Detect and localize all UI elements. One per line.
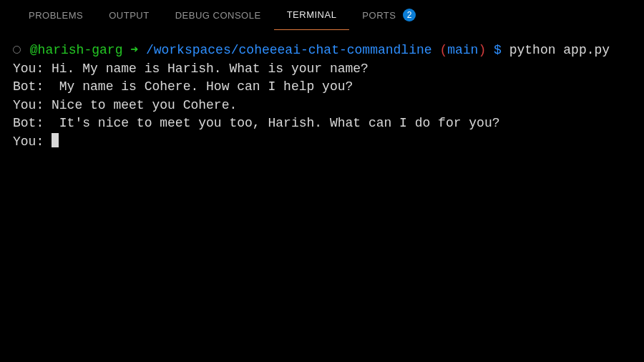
chat-input-line: You: [13, 133, 631, 152]
tab-problems[interactable]: PROBLEMS [16, 0, 96, 30]
tab-output[interactable]: OUTPUT [96, 0, 162, 30]
branch-open: ( [439, 43, 447, 57]
prompt-branch: main [447, 43, 478, 57]
chat-line: Bot: My name is Cohere. How can I help y… [13, 78, 631, 97]
tab-output-label: OUTPUT [109, 10, 149, 21]
shell-prompt-line: @harish-garg ➜ /workspaces/coheeeai-chat… [13, 41, 631, 60]
chat-text: Nice to meet you Cohere. [44, 98, 237, 112]
tab-terminal-label: TERMINAL [287, 9, 337, 20]
tab-terminal[interactable]: TERMINAL [274, 0, 350, 30]
chat-line: You: Hi. My name is Harish. What is your… [13, 60, 631, 79]
chat-speaker: You: [13, 98, 44, 112]
branch-close: ) [478, 43, 486, 57]
panel-tab-bar: PROBLEMS OUTPUT DEBUG CONSOLE TERMINAL P… [0, 0, 644, 30]
prompt-path: /workspaces/coheeeai-chat-commandline [146, 43, 432, 57]
chat-speaker: Bot: [13, 79, 44, 94]
terminal-output[interactable]: @harish-garg ➜ /workspaces/coheeeai-chat… [0, 30, 644, 162]
tab-debug-console[interactable]: DEBUG CONSOLE [162, 0, 274, 30]
chat-text: My name is Cohere. How can I help you? [44, 79, 353, 94]
chat-text [44, 134, 52, 149]
prompt-arrow-icon: ➜ [130, 43, 138, 57]
tab-debug-console-label: DEBUG CONSOLE [175, 10, 261, 21]
prompt-command: python app.py [509, 43, 610, 57]
chat-text: Hi. My name is Harish. What is your name… [44, 62, 369, 76]
prompt-username: @harish-garg [30, 43, 123, 57]
chat-speaker: You: [13, 62, 44, 76]
tab-ports-label: PORTS [362, 10, 396, 21]
tab-problems-label: PROBLEMS [29, 10, 83, 21]
chat-line: You: Nice to meet you Cohere. [13, 97, 631, 115]
chat-line: Bot: It's nice to meet you too, Harish. … [13, 114, 631, 133]
prompt-dollar: $ [494, 43, 502, 57]
codespaces-icon [13, 46, 21, 54]
tab-ports[interactable]: PORTS 2 [349, 0, 429, 30]
chat-text: It's nice to meet you too, Harish. What … [44, 116, 499, 130]
chat-speaker: You: [13, 134, 44, 149]
terminal-cursor[interactable] [52, 133, 59, 147]
chat-speaker: Bot: [13, 116, 44, 130]
ports-count-badge: 2 [403, 9, 416, 21]
